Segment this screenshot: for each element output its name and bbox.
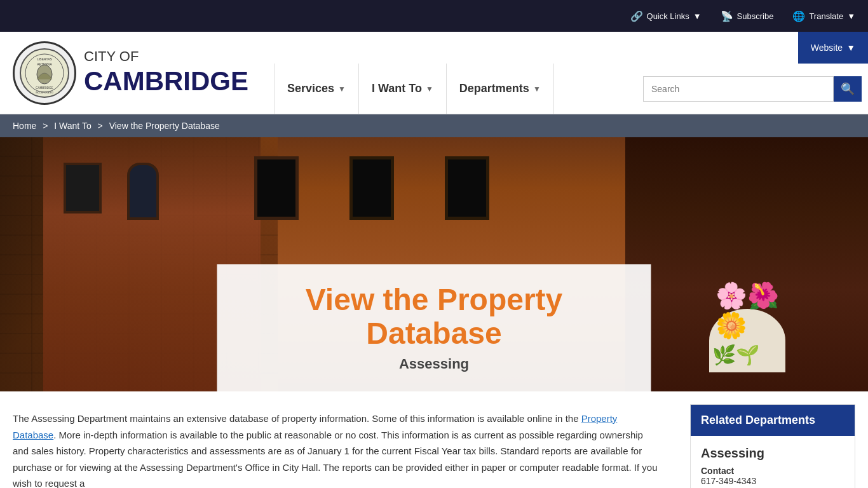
breadcrumb-home[interactable]: Home bbox=[13, 121, 36, 131]
chevron-down-icon: ▼ bbox=[847, 11, 855, 21]
chevron-down-icon: ▼ bbox=[846, 43, 855, 53]
top-bar: 🔗 Quick Links ▼ 📡 Subscribe 🌐 Translate … bbox=[0, 0, 868, 32]
chevron-down-icon: ▼ bbox=[533, 85, 541, 93]
breadcrumb-separator: > bbox=[43, 121, 50, 131]
website-button[interactable]: Website ▼ bbox=[798, 32, 868, 64]
property-database-link[interactable]: Property Database bbox=[13, 413, 617, 440]
nav-departments[interactable]: Departments ▼ bbox=[447, 64, 554, 114]
search-icon: 🔍 bbox=[841, 82, 855, 96]
link-icon: 🔗 bbox=[630, 10, 643, 22]
contact-label: Contact bbox=[701, 466, 844, 476]
city-seal: LIBERTAS AETERNA CAMBRIDGE INCORPORATED bbox=[13, 41, 76, 105]
nav-items: Services ▼ I Want To ▼ Departments ▼ bbox=[274, 64, 554, 114]
hero-title-box: View the Property Database Assessing bbox=[217, 264, 651, 391]
chevron-down-icon: ▼ bbox=[426, 85, 433, 93]
globe-icon: 🌐 bbox=[792, 10, 805, 22]
related-departments-box: Related Departments Assessing Contact 61… bbox=[690, 404, 855, 488]
department-phone: 617-349-4343 bbox=[701, 476, 844, 486]
nav-bottom: Services ▼ I Want To ▼ Departments ▼ 🔍 bbox=[261, 64, 868, 114]
department-name: Assessing bbox=[701, 446, 844, 461]
breadcrumb: Home > I Want To > View the Property Dat… bbox=[0, 114, 868, 137]
nav-area: Website ▼ Services ▼ I Want To ▼ Departm… bbox=[261, 32, 868, 114]
page-title: View the Property Database bbox=[243, 283, 626, 351]
city-name: CITY OF CAMBRIDGE bbox=[84, 48, 248, 97]
header: LIBERTAS AETERNA CAMBRIDGE INCORPORATED … bbox=[0, 32, 868, 114]
search-input[interactable] bbox=[643, 76, 834, 102]
breadcrumb-separator: > bbox=[98, 121, 105, 131]
body-text: The Assessing Department maintains an ex… bbox=[13, 410, 658, 488]
related-departments-content: Assessing Contact 617-349-4343 bbox=[691, 436, 855, 488]
quick-links-menu[interactable]: 🔗 Quick Links ▼ bbox=[630, 10, 702, 22]
svg-text:INCORPORATED: INCORPORATED bbox=[36, 92, 53, 94]
nav-top: Website ▼ bbox=[261, 32, 868, 64]
search-button[interactable]: 🔍 bbox=[834, 76, 862, 102]
main-content: The Assessing Department maintains an ex… bbox=[0, 391, 868, 488]
chevron-down-icon: ▼ bbox=[338, 85, 346, 93]
chevron-down-icon: ▼ bbox=[693, 11, 702, 21]
breadcrumb-current: View the Property Database bbox=[109, 121, 220, 131]
nav-services[interactable]: Services ▼ bbox=[274, 64, 359, 114]
page-subtitle: Assessing bbox=[243, 356, 626, 372]
svg-text:LIBERTAS: LIBERTAS bbox=[37, 57, 52, 61]
content-body: The Assessing Department maintains an ex… bbox=[0, 391, 677, 488]
logo-area: LIBERTAS AETERNA CAMBRIDGE INCORPORATED … bbox=[0, 32, 261, 114]
svg-text:CAMBRIDGE: CAMBRIDGE bbox=[36, 86, 53, 90]
related-departments-header: Related Departments bbox=[691, 405, 855, 436]
translate-menu[interactable]: 🌐 Translate ▼ bbox=[792, 10, 855, 22]
search-area: 🔍 bbox=[554, 76, 868, 102]
nav-i-want-to[interactable]: I Want To ▼ bbox=[359, 64, 447, 114]
sidebar: Related Departments Assessing Contact 61… bbox=[677, 391, 868, 488]
hero-section: 🌸🌺🌼 🌿🌱 View the Property Database Assess… bbox=[0, 137, 868, 391]
rss-icon: 📡 bbox=[721, 10, 733, 22]
subscribe-button[interactable]: 📡 Subscribe bbox=[721, 10, 774, 22]
breadcrumb-i-want-to[interactable]: I Want To bbox=[54, 121, 91, 131]
